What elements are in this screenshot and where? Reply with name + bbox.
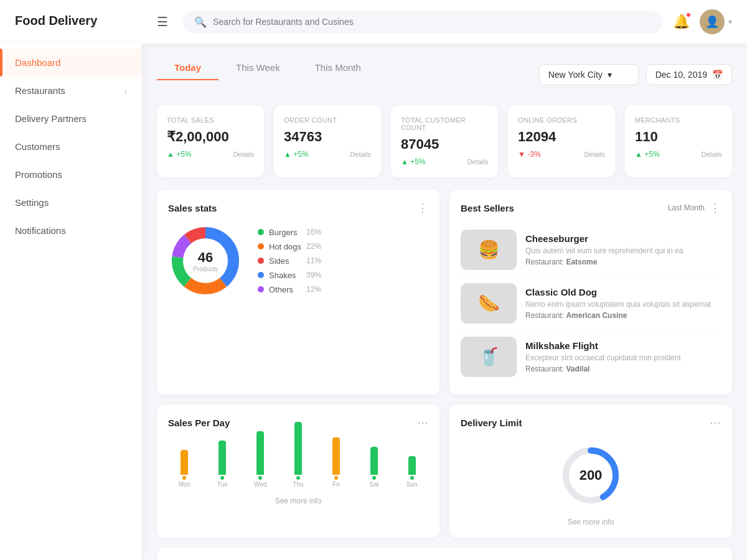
bar-label: Thu (293, 481, 303, 488)
sidebar-item-customers[interactable]: Customers (0, 133, 142, 161)
legend-item-hot dogs: Hot dogs 22% (258, 242, 321, 251)
chevron-down-icon: ▾ (608, 70, 612, 80)
sidebar-item-promotions[interactable]: Promotions (0, 161, 142, 189)
legend-dot (258, 243, 264, 250)
bar-thu: Thu (282, 422, 315, 488)
sidebar: Food Delivery DashboardRestaurants›Deliv… (0, 0, 142, 560)
best-sellers-list: 🍔 Cheeseburger Quis autem vel eum iure r… (461, 223, 721, 383)
sidebar-item-dashboard[interactable]: Dashboard (0, 49, 142, 77)
legend-pct: 16% (306, 228, 321, 236)
best-sellers-menu[interactable]: ⋮ (710, 201, 721, 215)
best-sellers-period: Last Month (668, 203, 705, 212)
search-input[interactable] (213, 17, 652, 27)
date-select[interactable]: Dec 10, 2019 📅 (646, 64, 732, 85)
bs-image: 🌭 (461, 283, 517, 324)
period-tab-this-month[interactable]: This Month (298, 56, 378, 80)
stat-details-link[interactable]: Details (584, 151, 605, 158)
stat-change: ▲ +5% (167, 150, 192, 159)
stat-details-link[interactable]: Details (350, 151, 371, 158)
bar-dot (220, 476, 224, 480)
sidebar-item-label: Notifications (15, 225, 66, 236)
sales-per-day-menu[interactable]: ⋯ (417, 416, 428, 429)
legend-label: Shakes (269, 271, 296, 280)
search-bar: 🔍 (183, 11, 663, 33)
legend-item-burgers: Burgers 16% (258, 228, 321, 237)
bar-rect (256, 431, 264, 475)
bs-image: 🥤 (461, 337, 517, 377)
bar-mon: Mon (168, 450, 201, 488)
bar-dot (182, 476, 186, 480)
period-tabs: TodayThis WeekThis Month (157, 56, 378, 80)
sidebar-item-label: Delivery Partners (15, 113, 87, 124)
delivery-limit-card: Delivery Limit ⋯ 200 See more info (449, 404, 732, 538)
order-management-card: Order Management Search by number and ty… (157, 548, 732, 560)
legend-pct: 22% (306, 242, 321, 251)
sidebar-item-label: Customers (15, 141, 60, 152)
legend-item-shakes: Shakes 39% (258, 271, 321, 280)
hamburger-icon[interactable]: ☰ (157, 14, 168, 29)
sidebar-item-restaurants[interactable]: Restaurants› (0, 77, 142, 105)
stat-card-merchants: Merchants 110 ▲ +5% Details (625, 105, 732, 177)
chevron-down-icon: ▾ (728, 17, 732, 26)
app-logo: Food Delivery (0, 0, 142, 42)
best-sellers-card: Best Sellers Last Month ⋮ 🍔 Cheeseburger… (449, 190, 732, 394)
bs-image: 🍔 (461, 230, 517, 270)
sales-stats-menu[interactable]: ⋮ (417, 201, 428, 215)
city-select[interactable]: New York City ▾ (539, 64, 639, 85)
search-icon: 🔍 (194, 16, 207, 28)
stats-row: Total Sales ₹2,00,000 ▲ +5% Details Orde… (157, 105, 732, 177)
notification-badge (685, 12, 692, 18)
bar-rect (408, 456, 416, 475)
legend-dot (258, 229, 264, 235)
city-value: New York City (548, 70, 603, 80)
stat-label: Merchants (635, 116, 722, 124)
sidebar-item-delivery-partners[interactable]: Delivery Partners (0, 105, 142, 133)
header-right: 🔔 👤 ▾ (673, 9, 732, 34)
stat-card-online-orders: Online Orders 12094 ▼ -3% Details (508, 105, 615, 177)
user-avatar-wrap[interactable]: 👤 ▾ (700, 9, 732, 34)
sidebar-item-settings[interactable]: Settings (0, 189, 142, 217)
stat-change: ▲ +5% (635, 150, 660, 159)
sales-per-day-see-more[interactable]: See more info (275, 497, 322, 505)
gauge-chart: 200 (560, 444, 622, 506)
bar-rect (370, 447, 378, 475)
stat-details-link[interactable]: Details (233, 151, 254, 158)
period-tab-this-week[interactable]: This Week (218, 56, 298, 80)
bar-chart: Mon Tue Wed Thu Fri Sat Sun (168, 438, 428, 488)
stat-value: 110 (635, 129, 722, 145)
stat-label: Online Orders (518, 116, 605, 124)
delivery-limit-see-more[interactable]: See more info (568, 518, 614, 526)
sidebar-item-notifications[interactable]: Notifications (0, 217, 142, 245)
legend-item-sides: Sides 11% (258, 256, 321, 266)
legend-label: Sides (269, 256, 289, 266)
calendar-icon: 📅 (712, 70, 723, 80)
legend-label: Others (269, 285, 293, 294)
delivery-limit-title: Delivery Limit (461, 418, 522, 428)
period-tab-today[interactable]: Today (157, 56, 218, 80)
legend-label: Burgers (269, 228, 298, 237)
bar-label: Tue (217, 481, 228, 488)
bar-rect (332, 437, 340, 475)
legend-item-others: Others 12% (258, 285, 321, 294)
stat-details-link[interactable]: Details (701, 151, 722, 158)
period-row: TodayThis WeekThis Month New York City ▾… (157, 56, 732, 93)
delivery-limit-menu[interactable]: ⋯ (710, 416, 721, 429)
bs-restaurant: Restaurant: American Cusine (525, 311, 721, 320)
bar-dot (410, 476, 414, 480)
donut-label: Products (193, 266, 217, 273)
bar-dot (372, 476, 376, 480)
stat-details-link[interactable]: Details (467, 158, 488, 166)
notification-button[interactable]: 🔔 (673, 14, 690, 30)
filters-row: New York City ▾ Dec 10, 2019 📅 (539, 64, 732, 85)
bs-desc: Quis autem vel eum iure reprehenderit qu… (525, 246, 721, 255)
header: ☰ 🔍 🔔 👤 ▾ (142, 0, 747, 44)
stat-value: 12094 (518, 129, 605, 145)
bar-sun: Sun (395, 456, 428, 488)
donut-number: 46 (193, 250, 217, 266)
stat-value: 87045 (401, 136, 488, 152)
legend-pct: 39% (306, 271, 321, 279)
stat-card-total-customer-count: Total Customer Count 87045 ▲ +5% Details (391, 105, 498, 177)
date-value: Dec 10, 2019 (655, 70, 707, 80)
donut-chart: 46 Products (168, 223, 243, 298)
bar-dot (258, 476, 262, 480)
